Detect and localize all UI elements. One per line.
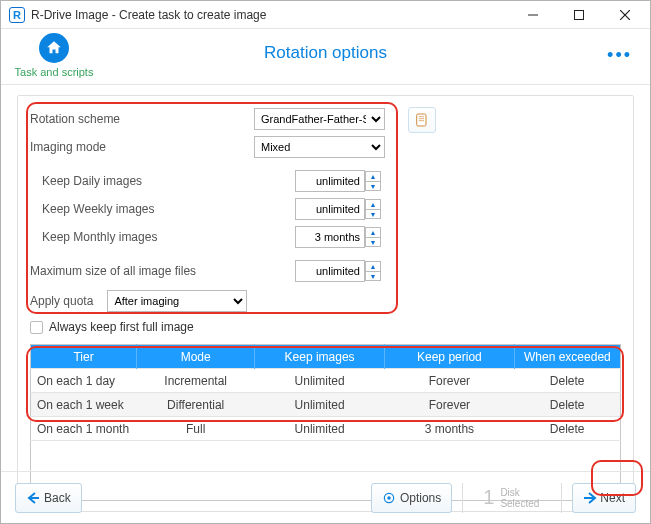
scheme-helper-button[interactable] <box>408 107 436 133</box>
keep-monthly-spinner[interactable]: ▲▼ <box>295 226 385 248</box>
divider <box>561 483 562 513</box>
svg-point-10 <box>387 496 391 500</box>
arrow-left-icon <box>26 492 40 504</box>
spin-down-icon[interactable]: ▼ <box>365 181 381 191</box>
spin-up-icon[interactable]: ▲ <box>365 261 381 271</box>
app-logo-icon: R <box>9 7 25 23</box>
options-button[interactable]: Options <box>371 483 452 513</box>
keep-daily-input[interactable] <box>295 170 365 192</box>
th-keep-period: Keep period <box>384 345 514 369</box>
spin-up-icon[interactable]: ▲ <box>365 171 381 181</box>
max-size-input[interactable] <box>295 260 365 282</box>
always-keep-checkbox[interactable] <box>30 321 43 334</box>
th-keep-images: Keep images <box>255 345 385 369</box>
disk-label-1: Disk <box>500 487 539 498</box>
table-row[interactable]: On each 1 day Incremental Unlimited Fore… <box>31 369 621 393</box>
th-when-exceeded: When exceeded <box>514 345 620 369</box>
table-row[interactable]: On each 1 week Differential Unlimited Fo… <box>31 393 621 417</box>
maximize-button[interactable] <box>556 1 602 29</box>
svg-rect-4 <box>417 114 426 126</box>
more-menu-button[interactable]: ••• <box>599 41 640 70</box>
spin-up-icon[interactable]: ▲ <box>365 199 381 209</box>
next-button[interactable]: Next <box>572 483 636 513</box>
back-button[interactable]: Back <box>15 483 82 513</box>
spin-down-icon[interactable]: ▼ <box>365 237 381 247</box>
window-title: R-Drive Image - Create task to create im… <box>31 8 510 22</box>
rotation-scheme-select[interactable]: GrandFather-Father-Son <box>254 108 385 130</box>
gear-icon <box>382 491 396 505</box>
max-size-label: Maximum size of all image files <box>30 264 196 278</box>
disk-label-2: Selected <box>500 498 539 509</box>
keep-weekly-input[interactable] <box>295 198 365 220</box>
rotation-panel: Rotation scheme GrandFather-Father-Son I… <box>17 95 634 512</box>
divider <box>462 483 463 513</box>
disk-count: 1 <box>483 486 494 509</box>
page-title: Rotation options <box>1 43 650 63</box>
task-and-scripts-button[interactable]: Task and scripts <box>11 33 97 78</box>
imaging-mode-select[interactable]: Mixed <box>254 136 385 158</box>
table-row[interactable]: On each 1 month Full Unlimited 3 months … <box>31 417 621 441</box>
apply-quota-select[interactable]: After imaging <box>107 290 247 312</box>
spin-down-icon[interactable]: ▼ <box>365 271 381 281</box>
footer-bar: Back Options 1 Disk Selected Next <box>1 471 650 523</box>
minimize-button[interactable] <box>510 1 556 29</box>
svg-rect-1 <box>575 10 584 19</box>
rotation-scheme-label: Rotation scheme <box>30 112 120 126</box>
keep-daily-spinner[interactable]: ▲▼ <box>295 170 385 192</box>
spin-down-icon[interactable]: ▼ <box>365 209 381 219</box>
keep-weekly-spinner[interactable]: ▲▼ <box>295 198 385 220</box>
th-mode: Mode <box>137 345 255 369</box>
always-keep-label: Always keep first full image <box>49 320 194 334</box>
home-icon <box>39 33 69 63</box>
header-ribbon: Task and scripts Rotation options ••• <box>1 29 650 85</box>
close-button[interactable] <box>602 1 648 29</box>
arrow-right-icon <box>583 492 597 504</box>
spin-up-icon[interactable]: ▲ <box>365 227 381 237</box>
keep-weekly-label: Keep Weekly images <box>30 202 155 216</box>
apply-quota-label: Apply quota <box>30 294 93 308</box>
disk-selected-indicator: 1 Disk Selected <box>483 486 539 509</box>
keep-monthly-input[interactable] <box>295 226 365 248</box>
imaging-mode-label: Imaging mode <box>30 140 106 154</box>
task-and-scripts-label: Task and scripts <box>15 66 94 78</box>
keep-daily-label: Keep Daily images <box>30 174 142 188</box>
keep-monthly-label: Keep Monthly images <box>30 230 157 244</box>
th-tier: Tier <box>31 345 137 369</box>
max-size-spinner[interactable]: ▲▼ <box>295 260 385 282</box>
window-titlebar: R R-Drive Image - Create task to create … <box>1 1 650 29</box>
